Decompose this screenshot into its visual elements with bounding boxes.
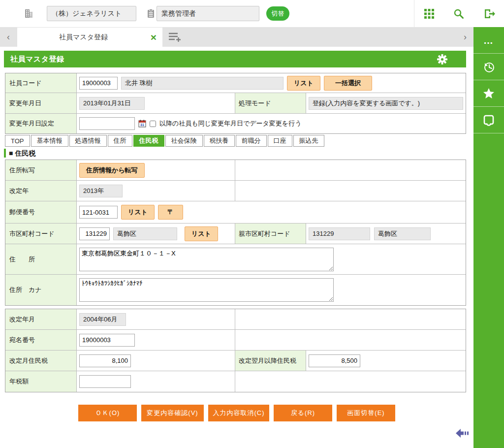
address-kana-textarea[interactable]: ﾄｳｷｮｳﾄｶﾂｼｶｸﾋｶﾞｼｶﾅﾏﾁ xyxy=(79,278,334,302)
subtab-strip: TOP 基本情報 処遇情報 住所 住民税 社会保険 税扶養 前職分 口座 振込先 xyxy=(5,135,324,147)
top-header: 切替 xyxy=(0,0,504,27)
history-icon xyxy=(482,61,495,73)
employee-code-input[interactable] xyxy=(79,77,118,90)
label-city-code: 市区町村コード xyxy=(5,224,77,244)
label-change-date: 変更年月日 xyxy=(5,93,77,113)
subtab-basic-info[interactable]: 基本情報 xyxy=(31,135,68,147)
row-address: 住 所 東京都葛飾区東金町１０－１－X xyxy=(5,244,466,275)
star-icon xyxy=(482,87,495,100)
change-date-field: 2013年01月31日 xyxy=(79,97,145,110)
collapse-arrow-icon[interactable] xyxy=(455,428,469,438)
switch-screen-button[interactable]: 画面切替(E) xyxy=(337,405,395,421)
back-button[interactable]: 戻る(R) xyxy=(274,405,332,421)
company-field[interactable] xyxy=(47,6,136,21)
sidebar-favorites-button[interactable] xyxy=(473,80,504,107)
postal-mark-button[interactable]: 〒 xyxy=(158,205,183,220)
sidebar-tray-button[interactable] xyxy=(473,107,504,133)
settings-gear-icon[interactable] xyxy=(437,54,447,64)
svg-text:31: 31 xyxy=(140,123,144,127)
revision-year-field: 2013年 xyxy=(79,185,123,197)
role-field[interactable] xyxy=(157,6,259,21)
page-title-bar: 社員マスタ登録 xyxy=(4,51,466,67)
ellipsis-icon: … xyxy=(483,38,494,43)
label-annual-tax: 年税額 xyxy=(5,371,77,392)
recipient-number-input[interactable] xyxy=(79,334,135,347)
empty-cell xyxy=(235,330,466,350)
label-revision-month-tax: 改定月住民税 xyxy=(5,351,77,371)
bulk-select-button[interactable]: 一括選択 xyxy=(324,76,372,91)
confirm-changes-button[interactable]: 変更内容確認(V) xyxy=(141,405,204,421)
address-textarea[interactable]: 東京都葛飾区東金町１０－１－X xyxy=(79,248,334,271)
tab-close-icon[interactable]: × xyxy=(151,32,157,42)
apply-following-checkbox[interactable] xyxy=(150,121,156,127)
clipboard-icon xyxy=(147,9,155,18)
revision-month-tax-input[interactable] xyxy=(79,354,131,367)
active-tab-label: 社員マスタ登録 xyxy=(59,33,151,42)
label-address: 住 所 xyxy=(5,244,77,274)
subtab-transfer-dest[interactable]: 振込先 xyxy=(293,135,324,147)
cancel-input-button[interactable]: 入力内容取消(C) xyxy=(208,405,269,421)
new-tab-button[interactable] xyxy=(167,31,183,44)
apps-grid-icon[interactable] xyxy=(414,0,444,27)
building-icon xyxy=(24,9,33,18)
app-window: 切替 ‹ xyxy=(0,0,504,448)
row-revision-month: 改定年月 2004年06月 xyxy=(5,309,466,330)
subtab-tax-dependents[interactable]: 税扶養 xyxy=(204,135,235,147)
subtab-social-insurance[interactable]: 社会保険 xyxy=(165,135,203,147)
active-tab[interactable]: 社員マスタ登録 × xyxy=(17,28,162,47)
row-employee-code: 社員コード 北井 珠樹 リスト 一括選択 xyxy=(5,73,466,93)
subtab-address[interactable]: 住所 xyxy=(108,135,132,147)
label-employee-code: 社員コード xyxy=(5,73,77,93)
empty-cell xyxy=(235,181,466,201)
row-postal-code: 郵便番号 リスト 〒 xyxy=(5,201,466,224)
logout-icon[interactable] xyxy=(474,0,504,27)
tab-forward-chevron[interactable]: › xyxy=(464,32,467,42)
subtab-treatment-info[interactable]: 処遇情報 xyxy=(69,135,107,147)
label-postal-code: 郵便番号 xyxy=(5,201,77,223)
subtab-top[interactable]: TOP xyxy=(5,135,30,147)
apply-following-label: 以降の社員も同じ変更年月日でデータ変更を行う xyxy=(159,119,301,128)
label-address-copy: 住所転写 xyxy=(5,160,77,180)
city-code-input[interactable] xyxy=(79,227,110,240)
switch-button[interactable]: 切替 xyxy=(266,6,289,21)
revision-month-field: 2004年06月 xyxy=(79,313,126,326)
right-sidebar: … xyxy=(473,27,504,448)
empty-cell xyxy=(235,371,466,392)
section-header: ■ 住民税 xyxy=(4,149,35,158)
row-recipient-number: 宛名番号 xyxy=(5,330,466,351)
ok-button[interactable]: ＯＫ(O) xyxy=(78,405,137,421)
row-city-code: 市区町村コード 葛飾区 リスト 親市区町村コード 131229 葛飾区 xyxy=(5,224,466,244)
label-recipient-number: 宛名番号 xyxy=(5,330,77,350)
city-list-button[interactable]: リスト xyxy=(185,226,218,241)
sidebar-more-button[interactable]: … xyxy=(473,27,504,54)
row-address-copy: 住所転写 住所情報から転写 xyxy=(5,160,466,181)
label-revision-year: 改定年 xyxy=(5,181,77,201)
label-revision-month: 改定年月 xyxy=(5,309,77,329)
tray-icon xyxy=(482,114,495,126)
employee-list-button[interactable]: リスト xyxy=(287,76,320,91)
employee-name-field: 北井 珠樹 xyxy=(121,77,284,90)
page-title: 社員マスタ登録 xyxy=(10,55,64,64)
tab-bar: ‹ 社員マスタ登録 × › xyxy=(0,27,473,47)
subtab-resident-tax[interactable]: 住民税 xyxy=(133,135,164,147)
subtab-account[interactable]: 口座 xyxy=(268,135,292,147)
change-date-setting-input[interactable] xyxy=(79,117,135,130)
postal-list-button[interactable]: リスト xyxy=(121,205,155,220)
next-month-tax-input[interactable] xyxy=(309,354,360,367)
sidebar-history-button[interactable] xyxy=(473,54,504,80)
label-process-mode: 処理モード xyxy=(235,93,306,113)
resident-tax-table: 住所転写 住所情報から転写 改定年 2013年 郵便番号 リスト 〒 xyxy=(5,160,466,306)
label-next-month-tax: 改定翌月以降住民税 xyxy=(235,351,306,371)
subtab-previous-job[interactable]: 前職分 xyxy=(236,135,267,147)
tab-back-chevron[interactable]: ‹ xyxy=(7,32,10,42)
annual-tax-input[interactable] xyxy=(79,375,131,388)
sidebar-filler xyxy=(473,133,504,448)
parent-city-name-field: 葛飾区 xyxy=(374,227,431,240)
top-form-table: 社員コード 北井 珠樹 リスト 一括選択 変更年月日 2013年01月31日 処… xyxy=(5,73,466,134)
address-copy-button[interactable]: 住所情報から転写 xyxy=(79,163,145,178)
row-revision-month-tax: 改定月住民税 改定翌月以降住民税 xyxy=(5,351,466,371)
postal-code-input[interactable] xyxy=(79,206,118,219)
calendar-icon[interactable]: 31 xyxy=(138,120,146,128)
main-content: 社員マスタ登録 社員コード xyxy=(0,47,473,448)
search-icon[interactable] xyxy=(444,0,473,27)
